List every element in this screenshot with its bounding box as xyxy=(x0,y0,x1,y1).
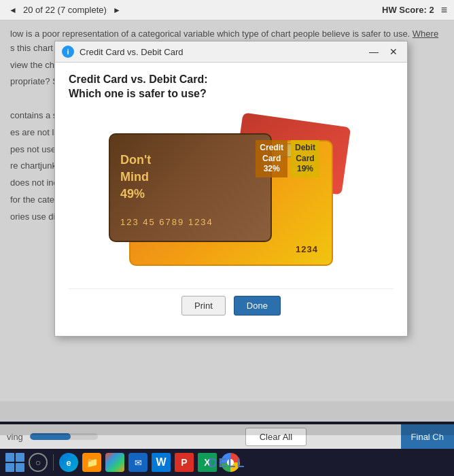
card-brown: Don'tMind49% 123 45 6789 1234 xyxy=(109,133,272,242)
dialog-body: Credit Card vs. Debit Card: Which one is… xyxy=(55,63,407,336)
prev-arrow[interactable]: ◄ xyxy=(7,4,19,16)
info-icon: i xyxy=(62,46,74,58)
chart-area: 1234 Don'tMind49% 123 45 6789 1234 Credi… xyxy=(69,112,394,288)
debit-label: DebitCard19% xyxy=(291,140,319,177)
card-yellow-number: 1234 xyxy=(296,244,318,254)
page-info: 20 of 22 (7 complete) xyxy=(23,5,107,15)
dialog: i Credit Card vs. Debit Card — ✕ Credit … xyxy=(54,41,408,337)
word-icon[interactable]: W xyxy=(152,453,171,472)
card-labels: CreditCard32% DebitCard19% xyxy=(256,140,319,177)
top-bar: ◄ 20 of 22 (7 complete) ► HW Score: 2 ≡ xyxy=(0,0,454,20)
dell-logo: DELL xyxy=(209,456,246,471)
done-button[interactable]: Done xyxy=(234,296,281,316)
next-arrow[interactable]: ► xyxy=(111,4,123,16)
card-brown-inner: Don'tMind49% 123 45 6789 1234 xyxy=(110,135,270,237)
separator-1 xyxy=(53,454,54,471)
edge-icon[interactable]: e xyxy=(59,453,78,472)
print-button[interactable]: Print xyxy=(181,296,226,316)
dialog-minimize-btn[interactable]: — xyxy=(366,47,381,56)
cards-container: 1234 Don'tMind49% 123 45 6789 1234 Credi… xyxy=(102,120,360,276)
file-explorer-icon[interactable]: 📁 xyxy=(82,453,101,472)
dialog-controls: — ✕ xyxy=(366,47,400,56)
card-brown-number: 123 45 6789 1234 xyxy=(120,217,260,227)
hw-score: HW Score: 2 xyxy=(382,5,434,15)
navigation: ◄ 20 of 22 (7 complete) ► xyxy=(7,4,123,16)
mail-icon[interactable]: ✉ xyxy=(128,453,147,472)
chart-title: Credit Card vs. Debit Card: Which one is… xyxy=(69,73,394,101)
dialog-title: Credit Card vs. Debit Card xyxy=(80,47,361,57)
dialog-header: i Credit Card vs. Debit Card — ✕ xyxy=(55,41,407,63)
menu-icon[interactable]: ≡ xyxy=(441,4,447,16)
windows-start-button[interactable] xyxy=(5,453,24,472)
credit-label: CreditCard32% xyxy=(256,140,287,177)
search-icon: ○ xyxy=(35,457,41,468)
search-button[interactable]: ○ xyxy=(29,453,48,472)
card-brown-label: Don'tMind49% xyxy=(120,152,260,203)
store-icon[interactable] xyxy=(105,453,124,472)
taskbar: ○ e 📁 ✉ W P X DELL xyxy=(0,449,454,476)
powerpoint-icon[interactable]: P xyxy=(175,453,194,472)
dialog-close-btn[interactable]: ✕ xyxy=(387,47,400,56)
dialog-footer: Print Done xyxy=(69,288,394,326)
